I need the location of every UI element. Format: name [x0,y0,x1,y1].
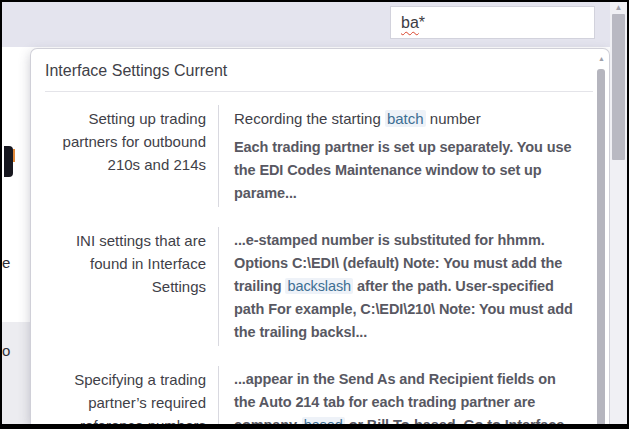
result-snippet: ...e-stamped number is substituted for h… [234,229,579,344]
scroll-up-arrow-icon[interactable]: ▲ [610,2,627,14]
background-panel [2,322,30,424]
result-topic: INI settings that are found in Interface… [43,227,219,346]
dropdown-scrollbar[interactable]: ▲ [597,54,606,424]
search-text-misspelled: ba [401,14,419,31]
search-result-row[interactable]: Specifying a trading partner’s required … [31,357,609,424]
scroll-up-arrow-icon[interactable]: ▲ [597,54,606,64]
dropdown-scrollbar-thumb[interactable] [597,69,605,424]
search-result-row[interactable]: Setting up trading partners for outbound… [31,96,609,218]
results-list: Setting up trading partners for outbound… [31,92,609,424]
page-scrollbar[interactable]: ▲ [610,2,627,424]
dropdown-title: Interface Settings Current [31,49,609,91]
background-partial-text: e [2,254,10,271]
search-term-highlight: based [302,417,345,424]
background-partial-text: o [2,342,10,359]
background-orange-mark [13,149,15,162]
search-results-dropdown: Interface Settings Current Setting up tr… [30,48,610,424]
result-snippet: Each trading partner is set up separatel… [234,136,579,205]
background-partial-glyph [4,146,13,177]
page-scrollbar-thumb[interactable] [612,14,625,160]
result-body: ...e-stamped number is substituted for h… [219,227,579,346]
search-result-row[interactable]: INI settings that are found in Interface… [31,218,609,357]
search-text-wildcard: * [419,14,425,31]
search-term-highlight: backslash [285,278,353,294]
result-body: Recording the starting batch number Each… [219,105,579,207]
result-snippet: ...appear in the Send As and Recipient f… [234,368,579,424]
search-term-highlight: batch [385,110,426,127]
result-title-link[interactable]: Recording the starting batch number [234,107,579,130]
result-topic: Setting up trading partners for outbound… [43,105,219,207]
search-input[interactable]: ba* [390,6,595,39]
result-topic: Specifying a trading partner’s required … [43,366,219,424]
window: ba* e o ▲ Interface Settings Current Set… [0,0,629,429]
result-body: ...appear in the Send As and Recipient f… [219,366,579,424]
